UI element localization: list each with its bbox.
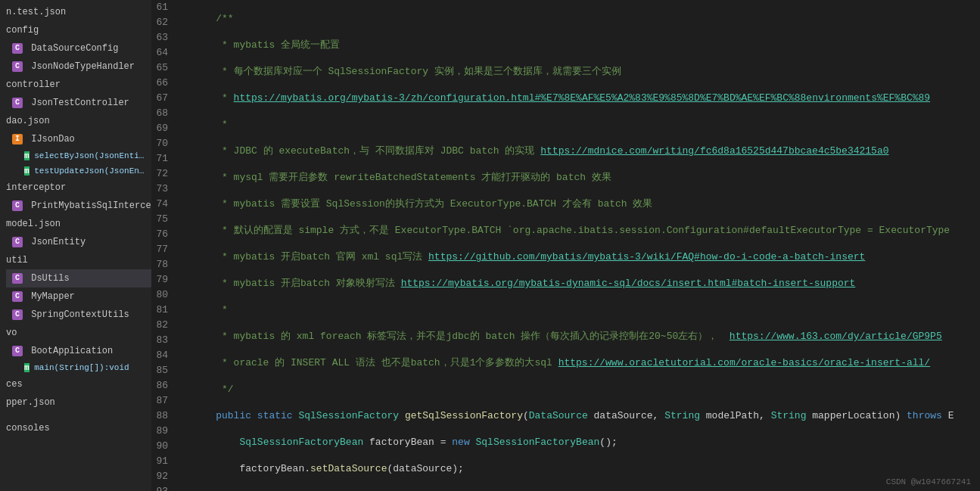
class-icon: C bbox=[12, 43, 23, 54]
sidebar-item-json-test-controller[interactable]: C JsonTestController bbox=[6, 94, 151, 112]
sidebar-item-model-json[interactable]: model.json bbox=[0, 215, 151, 233]
sidebar-item-ds-utils[interactable]: C DsUtils bbox=[6, 269, 151, 287]
class-icon: C bbox=[12, 346, 23, 356]
code-line-71: * mybatis 开启batch 对象映射写法 https://mybatis… bbox=[192, 276, 972, 291]
code-line-68: * mybatis 需要设置 SqlSession的执行方式为 Executor… bbox=[192, 197, 972, 212]
sidebar-item-spring-context-utils[interactable]: C SpringContextUtils bbox=[6, 306, 151, 324]
code-line-79: factoryBean.setTypeAliasesPackage(modelP… bbox=[192, 488, 972, 491]
sidebar: n.test.json config C DataSourceConfig C … bbox=[0, 0, 151, 491]
class-icon: C bbox=[12, 200, 23, 211]
sidebar-item-pper-json[interactable]: pper.json bbox=[0, 393, 151, 412]
code-line-74: * oracle 的 INSERT ALL 语法 也不是batch，只是1个多参… bbox=[192, 356, 972, 371]
interface-icon: I bbox=[12, 134, 23, 145]
sidebar-item-test-update-json[interactable]: m testUpdateJson(JsonEnti bbox=[6, 163, 151, 179]
sidebar-item-my-mapper[interactable]: C MyMapper bbox=[6, 287, 151, 306]
class-icon: C bbox=[12, 61, 23, 72]
code-line-62: * mybatis 全局统一配置 bbox=[192, 38, 972, 53]
class-icon: C bbox=[12, 237, 23, 247]
code-line-77: SqlSessionFactoryBean factoryBean = new … bbox=[192, 435, 972, 450]
code-line-66: * JDBC 的 executeBatch，与 不同数据库对 JDBC batc… bbox=[192, 144, 972, 159]
sidebar-item-datasource-config[interactable]: C DataSourceConfig bbox=[6, 39, 151, 57]
class-icon: C bbox=[12, 273, 23, 284]
watermark: CSDN @w1047667241 bbox=[886, 477, 971, 486]
code-line-69: * 默认的配置是 simple 方式，不是 ExecutorType.BATCH… bbox=[192, 223, 972, 238]
sidebar-item-select-by-json[interactable]: m selectByJson(JsonEntity):L bbox=[6, 148, 151, 163]
sidebar-item-json-entity[interactable]: C JsonEntity bbox=[6, 233, 151, 251]
sidebar-item-boot-application[interactable]: C BootApplication bbox=[6, 342, 151, 360]
method-icon: m bbox=[24, 151, 30, 160]
code-line-73: * mybatis 的 xml foreach 标签写法，并不是jdbc的 ba… bbox=[192, 329, 972, 344]
code-line-78: factoryBean.setDataSource(dataSource); bbox=[192, 461, 972, 477]
method-icon: m bbox=[24, 166, 30, 176]
sidebar-item-test-json[interactable]: n.test.json bbox=[0, 3, 151, 21]
class-icon: C bbox=[12, 291, 23, 302]
editor-gutter bbox=[179, 0, 189, 491]
sidebar-item-controller[interactable]: controller bbox=[0, 76, 151, 94]
code-line-64: * https://mybatis.org/mybatis-3/zh/confi… bbox=[192, 91, 972, 106]
editor-content[interactable]: 61 62 63 64 65 66 67 68 69 70 71 72 73 7… bbox=[151, 0, 980, 491]
code-line-76: public static SqlSessionFactory getSqlSe… bbox=[192, 409, 972, 424]
sidebar-item-ijson-dao[interactable]: I IJsonDao bbox=[6, 130, 151, 148]
sidebar-item-util[interactable]: util bbox=[0, 251, 151, 269]
sidebar-item-interceptor[interactable]: interceptor bbox=[0, 179, 151, 197]
sidebar-item-dao-json[interactable]: dao.json bbox=[0, 112, 151, 130]
class-icon: C bbox=[12, 309, 23, 320]
line-numbers: 61 62 63 64 65 66 67 68 69 70 71 72 73 7… bbox=[151, 0, 179, 491]
code-line-63: * 每个数据库对应一个 SqlSessionFactory 实例，如果是三个数据… bbox=[192, 64, 972, 79]
sidebar-item-json-node-type-handler[interactable]: C JsonNodeTypeHandler bbox=[6, 57, 151, 76]
sidebar-item-main[interactable]: m main(String[]):void bbox=[6, 360, 151, 375]
code-line-70: * mybatis 开启batch 官网 xml sql写法 https://g… bbox=[192, 250, 972, 265]
code-line-67: * mysql 需要开启参数 rewriteBatchedStatements … bbox=[192, 170, 972, 185]
sidebar-item-vo[interactable]: vo bbox=[0, 324, 151, 342]
code-line-75: */ bbox=[192, 382, 972, 397]
code-line-61: /** bbox=[192, 11, 972, 26]
class-icon: C bbox=[12, 98, 23, 108]
sidebar-item-consoles[interactable]: consoles bbox=[0, 419, 151, 437]
code-line-65: * bbox=[192, 117, 972, 132]
code-line-72: * bbox=[192, 303, 972, 318]
editor: 61 62 63 64 65 66 67 68 69 70 71 72 73 7… bbox=[151, 0, 980, 491]
sidebar-item-ces[interactable]: ces bbox=[0, 375, 151, 393]
sidebar-item-config[interactable]: config bbox=[0, 21, 151, 39]
sidebar-item-print-mybatis-sql[interactable]: C PrintMybatisSqlInterceptor bbox=[6, 197, 151, 215]
code-area[interactable]: /** * mybatis 全局统一配置 * 每个数据库对应一个 SqlSess… bbox=[189, 0, 980, 491]
method-icon: m bbox=[24, 363, 30, 372]
